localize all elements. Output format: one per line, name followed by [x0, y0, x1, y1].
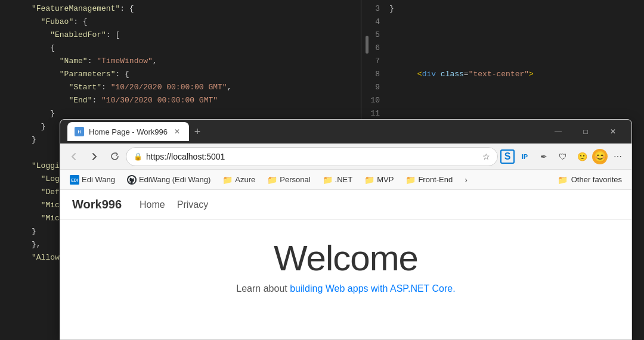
code-line: "Parameters": { — [27, 68, 370, 81]
close-button[interactable]: ✕ — [599, 120, 627, 144]
bookmark-edi-wang[interactable]: EDI Edi Wang — [65, 173, 120, 186]
nav-link-privacy[interactable]: Privacy — [177, 199, 208, 210]
line-numbers-left — [0, 0, 27, 340]
tab-close-button[interactable]: ✕ — [172, 127, 182, 136]
line-numbers-right: 3 4 5 6 7 8 9 10 11 — [364, 0, 385, 137]
bookmark-edi-wang-label: Edi Wang — [82, 175, 115, 184]
refresh-button[interactable] — [106, 148, 123, 166]
bookmark-mvp[interactable]: 📁 MVP — [360, 173, 398, 186]
code-line: "End": "10/30/2020 00:00:00 GMT" — [27, 94, 370, 107]
tab-favicon: H — [75, 127, 84, 136]
panel-divider — [361, 0, 361, 137]
code-line: "Name": "TimeWindow", — [27, 55, 370, 68]
code-line — [385, 15, 644, 29]
back-button[interactable] — [65, 148, 83, 166]
bookmark-mvp-label: MVP — [377, 175, 394, 184]
folder-icon: 📁 — [222, 175, 233, 185]
bookmark-frontend-label: Front-End — [418, 175, 453, 184]
other-fav-folder-icon: 📁 — [558, 175, 568, 185]
s-icon-button[interactable]: S — [500, 149, 515, 164]
code-line: } — [385, 2, 644, 15]
code-panel-right: 3 4 5 6 7 8 9 10 11 } <div class="text-c… — [364, 0, 644, 137]
window-controls: — □ ✕ — [544, 120, 627, 144]
bookmarks-more-button[interactable]: › — [460, 173, 472, 186]
code-line: "EnabledFor": [ — [27, 29, 370, 42]
github-favicon — [127, 175, 137, 185]
scrollbar-thumb[interactable] — [366, 36, 369, 54]
address-bar[interactable]: 🔒 https://localhost:5001 ☆ — [126, 147, 498, 166]
toolbar-icons: S IP ✒ 🛡 🙂 😊 ⋯ — [500, 148, 627, 166]
learn-text: Learn about — [236, 283, 290, 294]
site-main-content: Welcome Learn about building Web apps wi… — [60, 220, 631, 294]
bookmark-dotnet-label: .NET — [335, 175, 353, 184]
welcome-subtext: Learn about building Web apps with ASP.N… — [236, 283, 455, 294]
bookmark-ediwang-github[interactable]: EdiWang (Edi Wang) — [122, 173, 215, 186]
browser-window: H Home Page - Work996 ✕ + — □ ✕ 🔒 https:… — [60, 119, 632, 340]
lock-icon: 🔒 — [134, 152, 143, 161]
bookmark-personal-label: Personal — [280, 175, 310, 184]
nav-link-home[interactable]: Home — [140, 199, 165, 210]
edi-wang-favicon: EDI — [70, 175, 79, 185]
site-brand: Work996 — [72, 198, 122, 211]
bookmarks-bar: EDI Edi Wang EdiWang (Edi Wang) 📁 Azure … — [60, 170, 631, 190]
emoji-icon-button[interactable]: 🙂 — [573, 148, 591, 166]
browser-tab[interactable]: H Home Page - Work996 ✕ — [67, 122, 189, 141]
browser-toolbar: 🔒 https://localhost:5001 ☆ S IP ✒ 🛡 🙂 😊 … — [60, 144, 631, 170]
bookmark-github-label: EdiWang (Edi Wang) — [139, 175, 210, 184]
folder-icon: 📁 — [267, 175, 277, 185]
svg-text:EDI: EDI — [71, 178, 78, 182]
bookmark-dotnet[interactable]: 📁 .NET — [318, 173, 358, 186]
code-line: <div class="text-center"> — [385, 29, 644, 94]
more-options-button[interactable]: ⋯ — [609, 148, 627, 166]
tab-title: Home Page - Work996 — [89, 127, 168, 136]
edit-icon-button[interactable]: ✒ — [535, 148, 553, 166]
bookmark-personal[interactable]: 📁 Personal — [262, 173, 315, 186]
url-text: https://localhost:5001 — [146, 152, 479, 161]
shield-icon-button[interactable]: 🛡 — [554, 148, 572, 166]
code-line: "Fubao": { — [27, 15, 370, 29]
browser-content: Work996 Home Privacy Welcome Learn about… — [60, 190, 631, 340]
folder-icon: 📁 — [405, 175, 416, 185]
other-favorites-button[interactable]: 📁 Other favorites — [553, 173, 627, 186]
code-line: } — [27, 107, 370, 120]
bookmark-frontend[interactable]: 📁 Front-End — [401, 173, 457, 186]
forward-button[interactable] — [85, 148, 103, 166]
new-tab-button[interactable]: + — [189, 123, 206, 140]
ip-icon-button[interactable]: IP — [516, 148, 534, 166]
code-content-right: } <div class="text-center"> <feature nam… — [385, 0, 644, 137]
folder-icon: 📁 — [323, 175, 333, 185]
folder-icon: 📁 — [364, 175, 374, 185]
browser-titlebar: H Home Page - Work996 ✕ + — □ ✕ — [60, 120, 631, 144]
code-line: { — [27, 42, 370, 55]
minimize-button[interactable]: — — [544, 120, 572, 144]
profile-avatar[interactable]: 😊 — [592, 149, 608, 164]
welcome-heading: Welcome — [274, 238, 418, 279]
code-line: "Start": "10/20/2020 00:00:00 GMT", — [27, 81, 370, 94]
bookmark-azure[interactable]: 📁 Azure — [218, 173, 260, 186]
bookmark-azure-label: Azure — [235, 175, 255, 184]
svg-text:H: H — [78, 130, 80, 134]
code-line: "FeatureManagement": { — [27, 2, 370, 15]
site-navigation: Work996 Home Privacy — [60, 190, 631, 220]
favorite-star-icon[interactable]: ☆ — [482, 152, 490, 161]
maximize-button[interactable]: □ — [572, 120, 599, 144]
other-favorites-label: Other favorites — [571, 175, 622, 184]
learn-link[interactable]: building Web apps with ASP.NET Core. — [290, 283, 456, 294]
